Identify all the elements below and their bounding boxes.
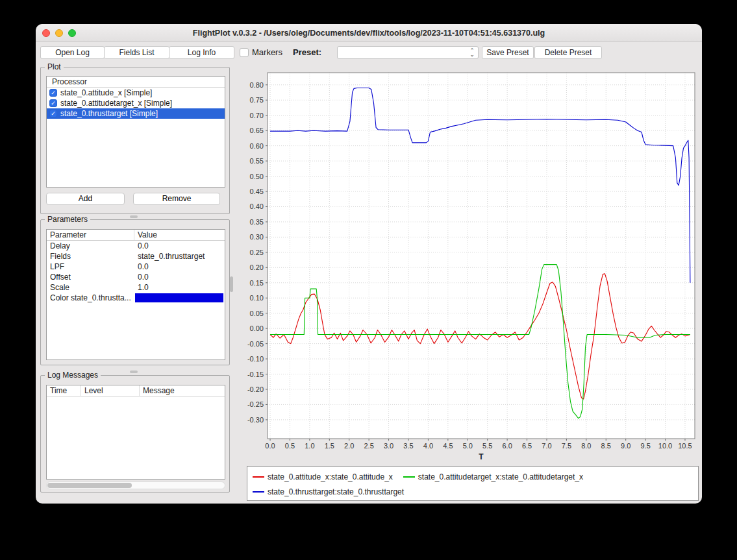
legend-label: state_0.thrusttarget:state_0.thrusttarge… <box>268 485 404 498</box>
parameter-row[interactable]: Color state_0.thrustta... <box>47 293 225 303</box>
svg-text:-0.15: -0.15 <box>247 371 264 378</box>
svg-text:-0.25: -0.25 <box>247 400 264 408</box>
processor-list-item[interactable]: ✓state_0.attitude_x [Simple] <box>47 88 225 98</box>
processor-list-body: ✓state_0.attitude_x [Simple]✓state_0.att… <box>47 88 225 119</box>
parameters-panel-title: Parameters <box>45 215 90 224</box>
parameter-row[interactable]: LPF0.0 <box>47 262 225 272</box>
color-swatch[interactable] <box>135 293 223 302</box>
svg-text:10.5: 10.5 <box>678 442 692 450</box>
processor-list-item[interactable]: ✓state_0.attitudetarget_x [Simple] <box>47 98 225 108</box>
svg-text:0.50: 0.50 <box>250 173 264 180</box>
svg-text:5.0: 5.0 <box>463 442 473 450</box>
log-table-header: Time Level Message <box>47 385 225 396</box>
open-log-button[interactable]: Open Log <box>40 46 105 59</box>
parameter-value-cell: state_0.thrusttarget <box>134 251 225 262</box>
legend-label: state_0.attitude_x:state_0.attitude_x <box>268 470 393 483</box>
svg-text:-0.30: -0.30 <box>247 416 264 424</box>
chart-panel: 0.00.51.01.52.02.53.03.54.04.55.05.56.06… <box>234 65 699 498</box>
remove-button[interactable]: Remove <box>133 193 220 205</box>
parameter-row[interactable]: Fieldsstate_0.thrusttarget <box>47 251 225 262</box>
svg-text:-0.10: -0.10 <box>247 355 264 363</box>
chevron-down-icon: ⌄ <box>469 53 475 56</box>
parameter-name-cell: Color state_0.thrustta... <box>47 293 134 303</box>
svg-text:8.5: 8.5 <box>601 442 611 450</box>
parameter-value-cell: 0.0 <box>134 241 225 251</box>
svg-text:4.0: 4.0 <box>423 442 433 450</box>
parameters-panel: Parameters Parameter Value Delay0.0Field… <box>40 219 230 365</box>
log-messages-panel-title: Log Messages <box>45 371 101 380</box>
horizontal-scrollbar[interactable] <box>46 481 225 489</box>
markers-label: Markers <box>252 47 282 57</box>
delete-preset-button[interactable]: Delete Preset <box>534 46 602 59</box>
svg-text:0.10: 0.10 <box>250 294 264 302</box>
save-preset-button[interactable]: Save Preset <box>482 46 534 59</box>
parameter-row[interactable]: Scale1.0 <box>47 282 225 293</box>
svg-text:0.0: 0.0 <box>265 442 275 450</box>
column-header-value[interactable]: Value <box>134 230 225 240</box>
parameter-name-cell: Delay <box>47 241 134 251</box>
combo-stepper-icon: ⌃ ⌄ <box>467 47 477 58</box>
svg-text:0.70: 0.70 <box>250 112 264 119</box>
column-header-parameter[interactable]: Parameter <box>47 230 134 240</box>
svg-text:0.55: 0.55 <box>250 157 264 165</box>
vertical-splitter-handle[interactable] <box>230 276 233 292</box>
item-checkbox[interactable]: ✓ <box>49 89 57 97</box>
svg-text:1.5: 1.5 <box>325 442 334 450</box>
svg-text:-0.20: -0.20 <box>247 385 264 393</box>
svg-text:0.05: 0.05 <box>250 310 264 317</box>
scrollbar-thumb[interactable] <box>47 483 132 488</box>
svg-text:0.30: 0.30 <box>250 233 264 241</box>
svg-text:9.5: 9.5 <box>640 442 650 450</box>
parameter-name-cell: LPF <box>47 262 134 272</box>
preset-combobox[interactable]: ⌃ ⌄ <box>337 46 479 59</box>
svg-text:9.0: 9.0 <box>621 442 631 450</box>
flight-data-chart[interactable]: 0.00.51.01.52.02.53.03.54.04.55.05.56.06… <box>234 65 699 465</box>
svg-text:0.65: 0.65 <box>250 127 264 134</box>
column-header-level[interactable]: Level <box>81 385 140 396</box>
legend-line-sample <box>403 476 415 478</box>
parameter-row[interactable]: Delay0.0 <box>47 241 225 251</box>
processor-item-label: state_0.thrusttarget [Simple] <box>60 109 158 118</box>
svg-text:T: T <box>479 452 484 461</box>
legend-line-sample <box>253 476 264 478</box>
parameter-name-cell: Fields <box>47 251 134 262</box>
svg-text:7.5: 7.5 <box>562 442 571 450</box>
svg-text:3.0: 3.0 <box>384 442 393 450</box>
svg-text:0.25: 0.25 <box>250 249 264 256</box>
add-button[interactable]: Add <box>46 193 125 205</box>
flightplot-window: FlightPlot v.0.3.2 - /Users/oleg/Documen… <box>36 24 702 504</box>
plot-panel-title: Plot <box>45 62 64 71</box>
legend-entry: state_0.thrusttarget:state_0.thrusttarge… <box>253 485 404 498</box>
svg-text:2.5: 2.5 <box>364 442 373 450</box>
svg-text:0.45: 0.45 <box>250 188 264 195</box>
column-header-time[interactable]: Time <box>47 385 81 396</box>
item-checkbox[interactable]: ✓ <box>49 110 57 117</box>
processor-item-label: state_0.attitudetarget_x [Simple] <box>60 99 172 108</box>
log-messages-table[interactable]: Time Level Message <box>46 385 225 480</box>
titlebar[interactable]: FlightPlot v.0.3.2 - /Users/oleg/Documen… <box>36 24 702 42</box>
processor-list-item[interactable]: ✓state_0.thrusttarget [Simple] <box>47 108 225 119</box>
svg-text:0.00: 0.00 <box>250 324 264 332</box>
parameters-table[interactable]: Parameter Value Delay0.0Fieldsstate_0.th… <box>46 229 225 360</box>
svg-text:0.75: 0.75 <box>250 96 264 104</box>
processor-list[interactable]: Processor ✓state_0.attitude_x [Simple]✓s… <box>46 76 225 188</box>
svg-text:0.5: 0.5 <box>285 442 295 450</box>
splitter-handle[interactable] <box>130 215 138 218</box>
markers-checkbox[interactable] <box>240 48 249 57</box>
svg-text:0.40: 0.40 <box>250 202 264 210</box>
toolbar: Open Log Fields List Log Info Markers Pr… <box>36 46 702 60</box>
parameter-value-cell: 1.0 <box>134 282 225 293</box>
splitter-handle[interactable] <box>130 371 138 373</box>
parameters-table-header: Parameter Value <box>47 230 225 241</box>
parameters-table-body: Delay0.0Fieldsstate_0.thrusttargetLPF0.0… <box>47 241 225 303</box>
log-info-button[interactable]: Log Info <box>169 46 234 59</box>
parameter-row[interactable]: Offset0.0 <box>47 272 225 282</box>
legend-label: state_0.attitudetarget_x:state_0.attitud… <box>418 470 583 483</box>
plot-panel: Plot Processor ✓state_0.attitude_x [Simp… <box>40 67 230 214</box>
svg-text:0.60: 0.60 <box>250 142 264 150</box>
column-header-message[interactable]: Message <box>140 385 225 396</box>
legend-entry: state_0.attitude_x:state_0.attitude_x <box>253 470 393 483</box>
fields-list-button[interactable]: Fields List <box>104 46 169 59</box>
item-checkbox[interactable]: ✓ <box>49 99 57 107</box>
svg-text:3.5: 3.5 <box>403 442 413 450</box>
